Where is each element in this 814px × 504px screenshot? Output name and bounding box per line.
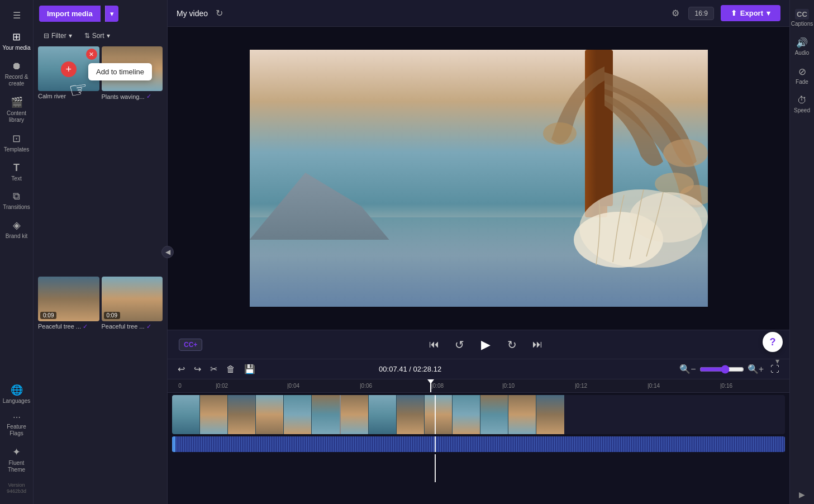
captions-icon: CC — [795, 9, 809, 20]
redo-button[interactable]: ↪ — [191, 362, 204, 377]
right-panel-item-speed[interactable]: ⏱ Speed — [791, 91, 813, 118]
skip-forward-button[interactable]: ⏭ — [529, 336, 546, 353]
timeline-time: 00:07.41 / 02:28.12 — [379, 365, 441, 373]
cc-button[interactable]: CC+ — [179, 339, 202, 351]
export-chevron-icon: ▾ — [767, 9, 770, 17]
media-thumb-peaceful-tree-2: 0:09 — [102, 277, 163, 321]
delete-calm-river-button[interactable]: ✕ — [86, 49, 97, 60]
settings-button[interactable]: ⚙ — [669, 6, 682, 21]
save-button[interactable]: 💾 — [241, 362, 259, 377]
video-thumb-5 — [284, 395, 312, 434]
media-item-peaceful-tree-2[interactable]: 0:09 Peaceful tree ... ✓ — [102, 277, 163, 505]
video-thumb-7 — [341, 395, 369, 434]
hamburger-menu[interactable]: ☰ — [0, 4, 34, 26]
zoom-out-button[interactable]: 🔍− — [679, 364, 696, 374]
export-button[interactable]: ⬆ Export ▾ — [721, 5, 780, 21]
video-thumb-10 — [425, 395, 453, 434]
aspect-ratio-button[interactable]: 16:9 — [688, 7, 713, 20]
text-icon: T — [13, 162, 20, 174]
ruler-label-06: |0:06 — [360, 383, 372, 389]
video-thumb-1 — [172, 395, 200, 434]
expand-timeline-button[interactable]: ⛶ — [767, 362, 783, 377]
video-thumb-13 — [508, 395, 536, 434]
sidebar-item-content-library[interactable]: 🎬 Contentlibrary — [0, 92, 34, 128]
zoom-slider[interactable] — [699, 365, 744, 374]
refresh-button[interactable]: ↻ — [213, 6, 225, 21]
ruler-label-10: |0:10 — [502, 383, 515, 389]
sort-button[interactable]: ⇅ Sort ▾ — [80, 30, 115, 42]
right-collapse-arrow[interactable]: ▶ — [799, 489, 805, 500]
brand-icon: ◈ — [13, 219, 21, 231]
cut-button[interactable]: ✂ — [207, 362, 221, 377]
forward-icon: ↻ — [507, 339, 517, 351]
fluent-theme-icon: ✦ — [12, 446, 21, 458]
sidebar-item-label: Contentlibrary — [7, 110, 26, 123]
collapse-panel-button[interactable]: ◀ — [161, 246, 174, 258]
delete-button[interactable]: 🗑 — [223, 362, 239, 377]
ruler-label-0: 0 — [178, 383, 182, 389]
timeline-zoom: 🔍− 🔍+ ⛶ — [679, 362, 783, 377]
time-display: 00:07.41 / 02:28.12 — [379, 365, 441, 373]
playhead-triangle — [427, 379, 434, 384]
sidebar-item-languages[interactable]: 🌐 Languages — [0, 379, 34, 408]
play-button[interactable]: ▶ — [477, 335, 495, 354]
timeline-area: ↩ ↪ ✂ 🗑 💾 00:07.41 / 02:28.12 🔍− — [168, 359, 789, 504]
media-panel: Import media ▾ ⊟ Filter ▾ ⇅ Sort ▾ ✕ + C… — [34, 0, 168, 504]
sidebar-item-record-create[interactable]: ⏺ Record &create — [0, 56, 34, 92]
player-controls: CC+ ⏮ ↺ ▶ ↻ ⏭ ⛶ — [168, 330, 789, 359]
fade-label: Fade — [796, 79, 808, 85]
add-calm-river-button[interactable]: + — [61, 61, 77, 77]
content-library-icon: 🎬 — [11, 96, 23, 108]
media-label-calm-river: Calm river — [38, 91, 99, 101]
zoom-in-button[interactable]: 🔍+ — [748, 364, 764, 374]
timeline-toolbar: ↩ ↪ ✂ 🗑 💾 00:07.41 / 02:28.12 🔍− — [168, 359, 789, 379]
media-label-peaceful-tree-2: Peaceful tree ... ✓ — [102, 321, 163, 331]
sidebar-item-brand-kit[interactable]: ◈ Brand kit — [0, 215, 34, 244]
check-peaceful-tree-1: ✓ — [83, 323, 88, 330]
right-panel-item-fade[interactable]: ⊘ Fade — [791, 61, 813, 89]
duration-peaceful-tree-2: 0:09 — [104, 312, 120, 319]
ruler-playhead — [430, 379, 431, 392]
media-label-peaceful-tree-1: Peaceful tree ... ✓ — [38, 321, 99, 331]
filter-icon: ⊟ — [44, 32, 49, 40]
media-panel-header: Import media ▾ — [34, 0, 167, 27]
help-chevron[interactable]: ▾ — [775, 356, 779, 365]
media-item-peaceful-tree-1[interactable]: 0:09 Peaceful tree ... ✓ — [38, 277, 99, 505]
video-thumb-11 — [453, 395, 480, 434]
media-item-calm-river[interactable]: ✕ + Calm river Add to timeline ☞ — [38, 46, 99, 274]
timeline-ruler: 0 |0:02 |0:04 |0:06 |0:08 |0:10 |0:12 |0… — [168, 379, 789, 393]
undo-button[interactable]: ↩ — [174, 362, 188, 377]
right-panel-item-captions[interactable]: CC Captions — [791, 4, 813, 31]
export-label: Export — [740, 9, 763, 17]
skip-back-button[interactable]: ⏮ — [426, 336, 442, 353]
sidebar-item-label: Transitions — [3, 204, 30, 210]
top-bar-right: ⚙ 16:9 ⬆ Export ▾ — [669, 5, 780, 21]
sidebar-item-transitions[interactable]: ⧉ Transitions — [0, 186, 34, 215]
media-label-plants-waving: Plants waving... ✓ — [102, 91, 163, 101]
sidebar-item-your-media[interactable]: ⊞ Your media — [0, 26, 34, 56]
video-segment-2 — [341, 395, 785, 434]
video-thumb-14 — [536, 395, 564, 434]
record-icon: ⏺ — [12, 60, 22, 72]
help-button[interactable]: ? — [763, 332, 783, 352]
media-item-plants-waving[interactable]: Plants waving... ✓ — [102, 46, 163, 274]
help-icon: ? — [770, 336, 776, 348]
undo-icon: ↩ — [178, 364, 185, 374]
forward-button[interactable]: ↻ — [504, 336, 520, 354]
sidebar-item-templates[interactable]: ⊡ Templates — [0, 128, 34, 158]
sidebar-item-version: Version 9462b3d — [0, 478, 34, 500]
import-media-button[interactable]: Import media — [39, 6, 101, 22]
import-media-arrow[interactable]: ▾ — [105, 6, 118, 22]
sidebar-item-fluent-theme[interactable]: ✦ FluentTheme — [0, 441, 34, 478]
filter-button[interactable]: ⊟ Filter ▾ — [39, 30, 77, 42]
ruler-label-14: |0:14 — [648, 383, 660, 389]
right-panel-item-audio[interactable]: 🔊 Audio — [791, 32, 813, 60]
sidebar-item-text[interactable]: T Text — [0, 158, 34, 186]
sort-icon: ⇅ — [84, 32, 90, 40]
sidebar-item-feature-flags[interactable]: ⋯ FeatureFlags — [0, 408, 34, 441]
video-track[interactable] — [172, 395, 785, 434]
version-label: Version 9462b3d — [2, 482, 31, 495]
rewind-button[interactable]: ↺ — [451, 336, 468, 354]
audio-track[interactable] — [172, 436, 785, 452]
top-bar: My video ↻ ⚙ 16:9 ⬆ Export ▾ — [168, 0, 789, 27]
